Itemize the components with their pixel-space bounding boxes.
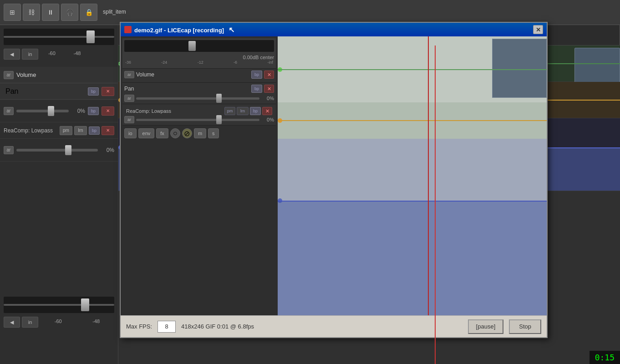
fx-pct: 0% xyxy=(101,147,114,153)
pan-track-label: Pan bp ✕ xyxy=(0,83,118,100)
lc-fx-x[interactable]: ✕ xyxy=(262,107,272,115)
fx-name: ReaComp: Lowpass xyxy=(4,127,58,134)
preview-clip-block xyxy=(492,39,547,98)
db-readout: -60 xyxy=(40,49,64,60)
bottom-io-buttons: ◀ in -60 -48 xyxy=(4,317,114,328)
lc-fader-slider[interactable] xyxy=(124,40,274,52)
fader-track xyxy=(4,36,114,38)
pan-bp-btn[interactable]: bp xyxy=(88,87,99,96)
preview-track-1 xyxy=(278,36,547,102)
lc-bottom-buttons: io env fx ○ ⊘ m s xyxy=(122,126,276,141)
licecap-title: demo2.gif - LICEcap [recording] ↖ xyxy=(134,25,530,34)
recording-info: 418x246 GIF 0:01 @ 6.8fps xyxy=(181,323,462,330)
lc-pan-pct: 0% xyxy=(261,96,274,101)
ar-btn-fx[interactable]: ar xyxy=(4,146,14,154)
lc-ar-pan[interactable]: ar xyxy=(124,95,134,102)
lc-fx-thumb[interactable] xyxy=(216,115,222,124)
pan-x-btn2[interactable]: ✕ xyxy=(102,106,114,116)
lc-fader-row: 0.00dB center -36 -24 -12 -6 -inf xyxy=(122,38,276,69)
lc-volume-bp[interactable]: bp xyxy=(251,71,262,79)
lc-fx-name: ReaComp: Lowpass xyxy=(126,108,223,114)
preview-playhead xyxy=(428,36,429,315)
bottom-fader-track xyxy=(4,304,114,306)
lc-ar-fx[interactable]: ar xyxy=(124,116,134,123)
lock-button[interactable]: 🔒 xyxy=(80,4,97,21)
fx-slider-thumb[interactable] xyxy=(65,145,71,155)
grid-button[interactable]: ⊞ xyxy=(4,4,21,21)
lc-io-btn[interactable]: io xyxy=(124,128,137,138)
lc-pan-header: Pan bp ✕ xyxy=(124,85,274,93)
fader-thumb[interactable] xyxy=(86,30,95,43)
licecap-window: demo2.gif - LICEcap [recording] ↖ ✕ 0.00… xyxy=(120,22,548,338)
arrow-left-btn[interactable]: ◀ xyxy=(4,49,20,60)
bottom-arrow-left[interactable]: ◀ xyxy=(4,317,20,328)
playhead xyxy=(435,46,436,364)
lc-fx-row: ReaComp: Lowpass pm lrn bp ✕ ar 0% xyxy=(122,104,276,126)
lc-m-btn[interactable]: m xyxy=(194,128,206,138)
lc-pan-name: Pan xyxy=(124,86,249,92)
max-fps-label: Max FPS: xyxy=(126,323,152,330)
lc-volume-x[interactable]: ✕ xyxy=(264,71,274,79)
main-fader[interactable] xyxy=(4,29,114,45)
lc-env-btn[interactable]: env xyxy=(138,128,155,138)
licecap-bottombar: Max FPS: 418x246 GIF 0:01 @ 6.8fps [paus… xyxy=(121,315,547,337)
stop-button[interactable]: Stop xyxy=(509,319,541,334)
fps-input[interactable] xyxy=(158,321,176,333)
fx-label-row: ReaComp: Lowpass pm lrn bp ✕ xyxy=(0,122,118,139)
fx-bp-btn[interactable]: bp xyxy=(89,126,100,135)
lc-fx-label-row: ReaComp: Lowpass pm lrn bp ✕ xyxy=(124,106,274,116)
pan-slider-thumb[interactable] xyxy=(48,106,54,116)
bottom-fader-thumb[interactable] xyxy=(81,298,89,311)
preview-track-3 xyxy=(278,139,547,315)
lc-fx-btn[interactable]: fx xyxy=(156,128,168,138)
lc-pan-thumb[interactable] xyxy=(216,94,222,103)
cursor-in-title: ↖ xyxy=(229,26,234,34)
timer-display: 0:15 xyxy=(590,351,620,364)
lc-s-btn[interactable]: s xyxy=(208,128,219,138)
snap-button[interactable]: ⛓ xyxy=(23,4,40,21)
pause-button[interactable]: [pause] xyxy=(468,319,504,334)
lc-pan-row: Pan bp ✕ ar 0% xyxy=(122,83,276,104)
lc-disc-btn[interactable]: ⊘ xyxy=(182,128,192,138)
headphone-button[interactable]: 🎧 xyxy=(61,4,78,21)
lc-fader-thumb[interactable] xyxy=(188,41,196,51)
fx-x-btn[interactable]: ✕ xyxy=(102,126,114,135)
lc-fx-track[interactable] xyxy=(136,119,259,121)
lc-fx-slider-row: ar 0% xyxy=(124,116,274,123)
in-btn[interactable]: in xyxy=(22,49,38,60)
lc-fader-db-label: 0.00dB center xyxy=(124,55,274,60)
volume-label: Volume xyxy=(16,71,36,78)
licecap-app-icon xyxy=(124,26,132,33)
ar-btn-pan[interactable]: ar xyxy=(4,107,14,115)
pan-slider-track[interactable] xyxy=(16,110,69,112)
licecap-content: 0.00dB center -36 -24 -12 -6 -inf ar Vol… xyxy=(121,36,547,315)
pan-x-btn[interactable]: ✕ xyxy=(102,87,114,96)
lc-fader-container xyxy=(124,40,274,54)
preview-green-line xyxy=(278,69,547,70)
split-item-label: split_item xyxy=(103,9,126,16)
lc-pan-bp[interactable]: bp xyxy=(251,85,262,93)
pause-button[interactable]: ⏸ xyxy=(42,4,59,21)
licecap-preview-area xyxy=(278,36,547,315)
io-buttons-row: ◀ in -60 -48 xyxy=(4,49,114,60)
ar-btn-volume[interactable]: ar xyxy=(4,71,14,79)
lc-circle-empty-btn[interactable]: ○ xyxy=(170,128,180,138)
lc-lrn-btn[interactable]: lrn xyxy=(237,107,249,115)
preview-blue-line xyxy=(278,201,547,202)
daw-toolbar: ⊞ ⛓ ⏸ 🎧 🔒 split_item xyxy=(0,0,620,25)
pan-bp-btn2[interactable]: bp xyxy=(88,107,99,115)
lc-pan-x[interactable]: ✕ xyxy=(264,85,274,93)
fx-slider-track[interactable] xyxy=(16,149,98,152)
bottom-fader-area: ◀ in -60 -48 xyxy=(0,293,118,328)
lc-pan-track[interactable] xyxy=(136,97,259,100)
fx-lrn-btn[interactable]: lrn xyxy=(74,126,87,135)
fx-pm-btn[interactable]: pm xyxy=(60,126,72,135)
lc-fx-bp[interactable]: bp xyxy=(250,107,261,115)
lc-ar-volume[interactable]: ar xyxy=(124,71,134,78)
bottom-fader[interactable] xyxy=(4,297,114,313)
pan-pct: 0% xyxy=(71,108,85,114)
close-button[interactable]: ✕ xyxy=(533,25,543,34)
lc-pm-btn[interactable]: pm xyxy=(224,107,235,115)
bottom-in-btn[interactable]: in xyxy=(22,317,38,328)
licecap-titlebar: demo2.gif - LICEcap [recording] ↖ ✕ xyxy=(121,23,547,36)
